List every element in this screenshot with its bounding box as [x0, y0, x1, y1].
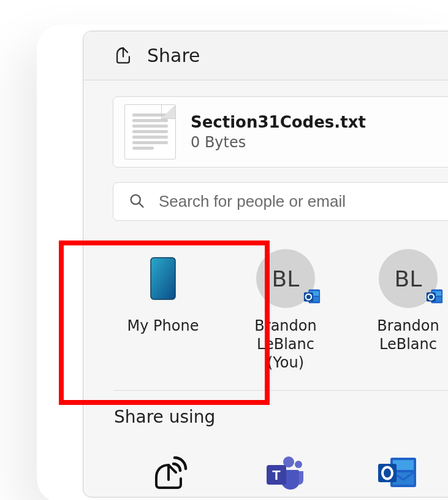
app-outlook[interactable]: [360, 448, 434, 497]
window-title: Share: [147, 45, 200, 66]
avatar-initials: BL: [395, 266, 422, 291]
avatar: BL: [256, 249, 315, 308]
outlook-badge-icon: [303, 285, 321, 310]
teams-icon: T: [263, 454, 306, 491]
file-thumb-icon: [124, 104, 176, 160]
search-icon: [128, 192, 145, 212]
avatar: BL: [379, 249, 438, 308]
svg-rect-2: [151, 258, 175, 299]
outlook-icon: [376, 454, 419, 491]
share-dialog: Share Section31Codes.txt 0 Bytes: [83, 31, 448, 498]
outlook-badge-icon: [425, 285, 444, 310]
search-input[interactable]: [158, 191, 448, 212]
share-icon: [113, 45, 134, 66]
titlebar: Share: [83, 31, 448, 80]
target-contact-self[interactable]: BL Brandon LeBlanc (You): [237, 249, 335, 372]
search-field[interactable]: [113, 182, 448, 221]
share-apps: T: [113, 448, 448, 497]
share-targets: My Phone BL Brandon LeBlan: [114, 249, 448, 391]
svg-text:T: T: [272, 467, 281, 483]
target-label: Brandon LeBlanc: [359, 317, 448, 353]
file-size: 0 Bytes: [191, 134, 366, 151]
target-contact[interactable]: BL Brandon LeBlanc: [359, 249, 448, 372]
svg-point-0: [131, 194, 140, 204]
target-my-phone[interactable]: My Phone: [114, 249, 212, 372]
svg-point-14: [295, 461, 302, 468]
app-nearby-share[interactable]: [135, 448, 208, 497]
share-using-heading: Share using: [114, 407, 448, 427]
phone-icon: [134, 249, 192, 308]
nearby-share-icon: [150, 454, 193, 491]
file-card[interactable]: Section31Codes.txt 0 Bytes: [113, 96, 448, 167]
target-label: My Phone: [127, 317, 199, 335]
svg-line-1: [140, 203, 143, 207]
avatar-initials: BL: [272, 266, 300, 291]
file-name: Section31Codes.txt: [191, 113, 366, 131]
target-label: Brandon LeBlanc (You): [237, 317, 335, 372]
app-teams[interactable]: T: [248, 448, 321, 497]
file-info: Section31Codes.txt 0 Bytes: [191, 113, 366, 151]
